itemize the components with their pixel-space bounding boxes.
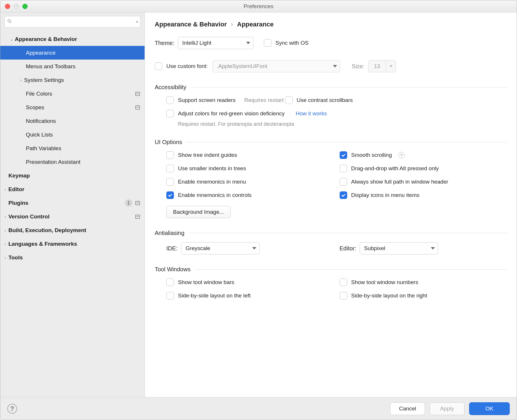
ide-aa-select[interactable]: Greyscale: [181, 242, 260, 254]
background-image-button[interactable]: Background Image...: [166, 206, 230, 218]
settings-tree: ⌄Appearance & BehaviorAppearanceMenus an…: [0, 30, 145, 264]
font-size-value: 13: [368, 60, 386, 72]
sidebar-item[interactable]: Scopes: [0, 100, 145, 114]
sidebar-item-label: File Colors: [26, 91, 135, 97]
chevron-down-icon: ⌄: [8, 37, 15, 42]
sidebar-item-label: Presentation Assistant: [26, 159, 140, 165]
sidebar: ▾ ⌄Appearance & BehaviorAppearanceMenus …: [0, 12, 145, 397]
sidebar-item[interactable]: ›Tools: [0, 251, 145, 264]
sidebar-item-label: Appearance: [26, 50, 140, 56]
sidebar-item[interactable]: Plugins1: [0, 196, 145, 210]
antialiasing-section-header: Antialiasing: [155, 230, 507, 236]
full-path-checkbox[interactable]: Always show full path in window header: [340, 178, 507, 186]
custom-font-select[interactable]: .AppleSystemUIFont: [212, 60, 340, 72]
checkbox-icon: [166, 191, 174, 199]
minimize-window-icon[interactable]: [14, 4, 19, 9]
custom-font-value: .AppleSystemUIFont: [217, 63, 267, 69]
sidebar-item[interactable]: Menus and Toolbars: [0, 60, 145, 73]
sidebar-item[interactable]: Quick Lists: [0, 128, 145, 141]
svg-point-0: [8, 19, 10, 22]
search-dropdown-icon[interactable]: ▾: [136, 20, 138, 24]
mnemonics-controls-checkbox[interactable]: Enable mnemonics in controls: [166, 191, 334, 199]
checkbox-icon: [166, 279, 174, 286]
sidebar-item[interactable]: ›Editor: [0, 182, 145, 196]
sidebar-item[interactable]: Appearance: [0, 46, 145, 60]
sidebar-item[interactable]: ›Version Control: [0, 210, 145, 223]
breadcrumb: Appearance & Behavior › Appearance: [155, 21, 507, 28]
screen-readers-label: Support screen readers: [178, 97, 236, 103]
side-left-checkbox[interactable]: Side-by-side layout on the left: [166, 292, 334, 299]
dnd-alt-checkbox[interactable]: Drag-and-drop with Alt pressed only: [340, 165, 507, 172]
chevron-right-icon: ›: [2, 228, 8, 233]
help-button[interactable]: ?: [7, 404, 17, 414]
contrast-scrollbars-checkbox[interactable]: Use contrast scrollbars: [285, 96, 353, 104]
theme-select[interactable]: IntelliJ Light: [178, 37, 253, 49]
sidebar-item[interactable]: ›System Settings: [0, 73, 145, 87]
sidebar-item[interactable]: ›Build, Execution, Deployment: [0, 223, 145, 237]
checkbox-icon: [166, 178, 174, 186]
smooth-scrolling-checkbox[interactable]: Smooth scrolling ?: [340, 151, 507, 159]
chevron-right-icon: ›: [18, 78, 24, 82]
theme-label: Theme:: [155, 40, 174, 46]
font-size-input[interactable]: 13: [368, 60, 396, 72]
sidebar-item[interactable]: File Colors: [0, 87, 145, 100]
svg-line-1: [10, 22, 11, 23]
chevron-down-icon: [333, 64, 337, 68]
sidebar-item[interactable]: Path Variables: [0, 141, 145, 155]
sync-with-os-label: Sync with OS: [275, 40, 309, 46]
sync-with-os-checkbox[interactable]: Sync with OS: [264, 39, 309, 47]
show-tool-numbers-checkbox[interactable]: Show tool window numbers: [340, 279, 507, 286]
help-icon[interactable]: ?: [398, 152, 405, 158]
checkbox-icon: [340, 178, 347, 186]
sidebar-item-label: Languages & Frameworks: [8, 241, 140, 247]
close-window-icon[interactable]: [5, 4, 10, 9]
show-tool-bars-checkbox[interactable]: Show tool window bars: [166, 279, 334, 286]
restart-hint: Requires restart: [244, 97, 284, 103]
mnemonics-menu-checkbox[interactable]: Enable mnemonics in menu: [166, 178, 334, 186]
zoom-window-icon[interactable]: [22, 4, 28, 9]
tree-guides-checkbox[interactable]: Show tree indent guides: [166, 151, 334, 159]
chevron-right-icon: ›: [231, 21, 233, 28]
sidebar-item-label: Keymap: [8, 173, 140, 179]
use-custom-font-label: Use custom font:: [166, 63, 208, 69]
search-icon: [7, 19, 12, 25]
search-input[interactable]: [12, 19, 136, 25]
editor-aa-label: Editor:: [340, 245, 356, 252]
theme-value: IntelliJ Light: [182, 40, 211, 46]
side-right-checkbox[interactable]: Side-by-side layout on the right: [340, 292, 507, 299]
project-level-icon: [135, 105, 140, 110]
badge: 1: [125, 199, 132, 207]
apply-button[interactable]: Apply: [430, 402, 464, 415]
sidebar-item[interactable]: Notifications: [0, 114, 145, 128]
sidebar-item[interactable]: Keymap: [0, 169, 145, 182]
sidebar-item-label: Menus and Toolbars: [26, 63, 140, 70]
project-level-icon: [135, 201, 140, 205]
color-adjust-checkbox[interactable]: Adjust colors for red-green vision defic…: [166, 110, 327, 117]
search-field[interactable]: ▾: [4, 16, 140, 28]
screen-readers-checkbox[interactable]: Support screen readers Requires restart: [166, 96, 284, 104]
cancel-button[interactable]: Cancel: [390, 402, 425, 415]
footer: ? Cancel Apply OK: [0, 397, 517, 420]
how-it-works-link[interactable]: How it works: [296, 110, 327, 117]
ok-button[interactable]: OK: [469, 402, 510, 415]
checkbox-icon: [340, 165, 347, 172]
sidebar-item-label: Build, Execution, Deployment: [8, 227, 140, 234]
chevron-down-icon: [386, 60, 396, 72]
tool-windows-section-header: Tool Windows: [155, 266, 507, 273]
use-custom-font-checkbox[interactable]: Use custom font:: [155, 62, 208, 70]
chevron-down-icon: [246, 41, 250, 45]
ide-aa-label: IDE:: [166, 245, 178, 252]
menu-icons-checkbox[interactable]: Display icons in menu items: [340, 191, 507, 199]
breadcrumb-parent[interactable]: Appearance & Behavior: [155, 21, 227, 28]
sidebar-item[interactable]: ›Languages & Frameworks: [0, 237, 145, 251]
editor-aa-select[interactable]: Subpixel: [360, 242, 438, 254]
window-title: Preferences: [244, 3, 273, 10]
checkbox-icon: [340, 279, 347, 286]
sidebar-item[interactable]: Presentation Assistant: [0, 155, 145, 169]
accessibility-section-header: Accessibility: [155, 84, 507, 91]
sidebar-item[interactable]: ⌄Appearance & Behavior: [0, 32, 145, 46]
sidebar-item-label: Notifications: [26, 118, 140, 124]
smaller-indents-checkbox[interactable]: Use smaller indents in trees: [166, 165, 334, 172]
breadcrumb-current: Appearance: [237, 21, 274, 28]
chevron-right-icon: ›: [2, 255, 8, 260]
